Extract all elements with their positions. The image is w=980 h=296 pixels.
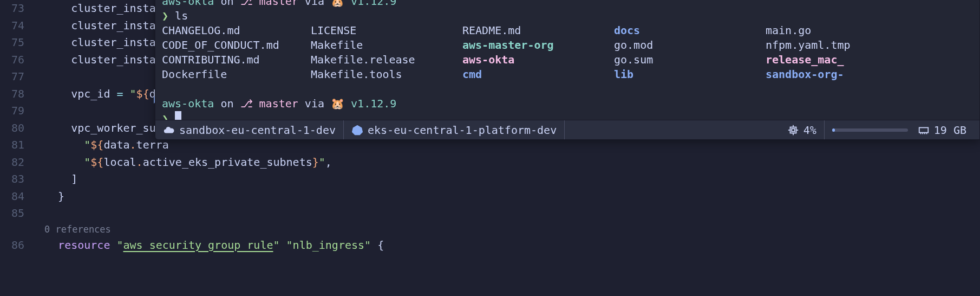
cpu-usage: 4% (780, 120, 825, 139)
command-line: ❯ ls (162, 9, 973, 23)
kubernetes-icon (351, 124, 363, 136)
code-text: vpc_id = "${dat (45, 86, 169, 103)
code-text: resource "aws_security_group_rule" "nlb_… (45, 237, 384, 254)
code-text: } (45, 188, 64, 205)
line-number: 86 (0, 237, 30, 254)
svg-marker-0 (352, 125, 363, 134)
terminal-status-bar: sandbox-eu-central-1-dev eks-eu-central-… (155, 120, 979, 139)
line-number: 83 (0, 171, 30, 188)
line-number: 76 (0, 52, 30, 69)
svg-rect-2 (792, 128, 795, 132)
code-text: cluster_instanc (45, 0, 169, 17)
line-number: 78 (0, 86, 30, 103)
line-number: 75 (0, 34, 30, 52)
line-number: 85 (0, 205, 30, 222)
line-number: 77 (0, 68, 30, 86)
line-number: 82 (0, 154, 30, 171)
prompt-line: aws-okta on ⎇ master via 🐹 v1.12.9 (162, 0, 973, 9)
cloud-icon (163, 124, 175, 136)
code-text: "${data.terra (45, 137, 169, 154)
line-number: 79 (0, 102, 30, 120)
code-text: cluster_instanc (45, 52, 169, 69)
cloud-context[interactable]: sandbox-eu-central-1-dev (161, 120, 344, 139)
line-number: 84 (0, 188, 30, 205)
svg-rect-7 (919, 127, 929, 132)
code-text: cluster_instanc (45, 34, 169, 52)
prompt-line: aws-okta on ⎇ master via 🐹 v1.12.9 (162, 96, 973, 111)
code-text: ] (45, 171, 77, 188)
line-number: 81 (0, 137, 30, 154)
cpu-progress (825, 120, 910, 139)
go-gopher-icon: 🐹 (331, 0, 344, 8)
svg-rect-1 (790, 127, 796, 133)
cpu-icon (787, 124, 799, 136)
k8s-context[interactable]: eks-eu-central-1-platform-dev (344, 120, 565, 139)
go-gopher-icon: 🐹 (331, 97, 344, 110)
ram-usage: 19 GB (910, 120, 974, 139)
code-text: vpc_worker_subn (45, 120, 169, 137)
line-number: 74 (0, 17, 30, 35)
codelens-references[interactable]: 0 references (0, 222, 980, 237)
code-text: "${local.active_eks_private_subnets}", (45, 154, 332, 171)
line-number: 80 (0, 120, 30, 137)
line-number: 73 (0, 0, 30, 17)
terminal-panel[interactable]: aws-okta on ⎇ master via 🐹 v1.12.9 ❯ ls … (155, 0, 980, 140)
ls-output: CHANGELOG.mdLICENSEREADME.mddocsmain.go … (162, 23, 973, 82)
progress-bar (832, 128, 908, 132)
code-text: cluster_instanc (45, 17, 169, 35)
ram-icon (918, 124, 930, 136)
